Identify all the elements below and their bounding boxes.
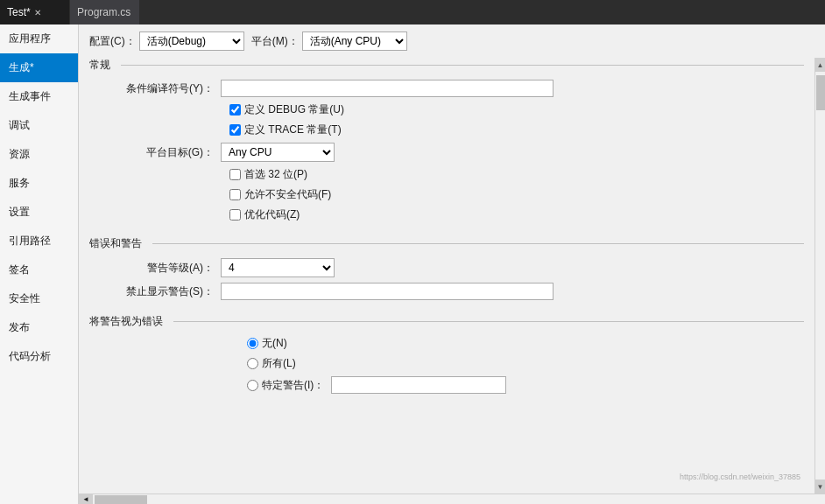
conditional-symbols-row: 条件编译符号(Y)： bbox=[89, 80, 804, 97]
scroll-up-arrow[interactable]: ▲ bbox=[815, 58, 826, 72]
main-layout: 应用程序 生成* 生成事件 调试 资源 服务 设置 引用路径 签名 安全性 发布 bbox=[0, 24, 825, 504]
treat-specific-input[interactable] bbox=[331, 376, 506, 394]
scroll-thumb[interactable] bbox=[816, 75, 825, 110]
tab-test-close[interactable]: ✕ bbox=[34, 8, 41, 18]
tab-program-cs[interactable]: Program.cs bbox=[70, 0, 140, 24]
treat-specific-row[interactable]: 特定警告(I)： bbox=[89, 376, 804, 394]
allow-unsafe-label: 允许不安全代码(F) bbox=[244, 187, 331, 202]
define-debug-label: 定义 DEBUG 常量(U) bbox=[244, 102, 344, 117]
define-trace-row[interactable]: 定义 TRACE 常量(T) bbox=[89, 122, 804, 137]
allow-unsafe-row[interactable]: 允许不安全代码(F) bbox=[89, 187, 804, 202]
section-treat-warnings-title: 将警告视为错误 bbox=[89, 314, 170, 329]
content-with-scroll: 常规 条件编译符号(Y)： 定义 DEBUG 常量(U) bbox=[79, 58, 825, 494]
sidebar-item-settings[interactable]: 设置 bbox=[0, 198, 78, 227]
define-debug-checkbox[interactable] bbox=[229, 104, 241, 116]
section-general: 常规 条件编译符号(Y)： 定义 DEBUG 常量(U) bbox=[89, 58, 804, 222]
section-general-header: 常规 bbox=[89, 58, 804, 73]
sidebar-item-reference-paths[interactable]: 引用路径 bbox=[0, 227, 78, 256]
treat-none-row[interactable]: 无(N) bbox=[89, 336, 804, 351]
warning-level-dropdown[interactable]: 4 0 1 2 3 bbox=[221, 258, 335, 277]
define-debug-row[interactable]: 定义 DEBUG 常量(U) bbox=[89, 102, 804, 117]
sidebar-item-code-analysis[interactable]: 代码分析 bbox=[0, 342, 78, 371]
bottom-scrollbar: ◄ bbox=[79, 494, 825, 504]
prefer-32bit-row[interactable]: 首选 32 位(P) bbox=[89, 167, 804, 182]
suppress-warnings-input[interactable] bbox=[221, 283, 554, 300]
right-scrollbar[interactable]: ▲ ▼ bbox=[814, 58, 825, 494]
treat-specific-radio[interactable] bbox=[247, 380, 258, 391]
sidebar-item-build-events[interactable]: 生成事件 bbox=[0, 82, 78, 111]
tab-program-cs-label: Program.cs bbox=[77, 6, 130, 18]
scroll-left-arrow[interactable]: ◄ bbox=[79, 494, 93, 505]
define-trace-label: 定义 TRACE 常量(T) bbox=[244, 122, 342, 137]
sidebar-item-build[interactable]: 生成* bbox=[0, 53, 78, 82]
suppress-warnings-row: 禁止显示警告(S)： bbox=[89, 283, 804, 300]
tab-test-label: Test* bbox=[7, 6, 31, 18]
allow-unsafe-checkbox[interactable] bbox=[229, 189, 241, 200]
optimize-checkbox[interactable] bbox=[229, 209, 241, 220]
sidebar-item-application[interactable]: 应用程序 bbox=[0, 24, 78, 53]
treat-specific-label: 特定警告(I)： bbox=[262, 378, 324, 393]
section-general-line bbox=[121, 65, 804, 66]
conditional-symbols-input[interactable] bbox=[221, 80, 554, 97]
sidebar-item-signing[interactable]: 签名 bbox=[0, 256, 78, 284]
settings-panel: 常规 条件编译符号(Y)： 定义 DEBUG 常量(U) bbox=[79, 58, 814, 494]
treat-none-label: 无(N) bbox=[262, 336, 287, 351]
platform-target-dropdown[interactable]: Any CPU x86 x64 bbox=[221, 143, 335, 162]
prefer-32bit-label: 首选 32 位(P) bbox=[244, 167, 307, 182]
sidebar-item-resources[interactable]: 资源 bbox=[0, 140, 78, 169]
warning-level-row: 警告等级(A)： 4 0 1 2 3 bbox=[89, 258, 804, 277]
section-treat-warnings-header: 将警告视为错误 bbox=[89, 314, 804, 329]
sidebar-item-debug[interactable]: 调试 bbox=[0, 111, 78, 140]
content-area: 配置(C)： 活动(Debug) 平台(M)： 活动(Any CPU) 常规 bbox=[79, 24, 825, 504]
conditional-symbols-label: 条件编译符号(Y)： bbox=[107, 81, 221, 96]
section-errors-warnings-title: 错误和警告 bbox=[89, 236, 149, 251]
optimize-row[interactable]: 优化代码(Z) bbox=[89, 207, 804, 222]
treat-all-radio[interactable] bbox=[247, 358, 258, 369]
top-controls: 配置(C)： 活动(Debug) 平台(M)： 活动(Any CPU) bbox=[79, 24, 825, 58]
platform-target-label: 平台目标(G)： bbox=[107, 145, 221, 160]
optimize-label: 优化代码(Z) bbox=[244, 207, 300, 222]
prefer-32bit-checkbox[interactable] bbox=[229, 169, 241, 180]
h-scroll-thumb[interactable] bbox=[95, 495, 147, 504]
tab-test[interactable]: Test* ✕ bbox=[0, 0, 70, 24]
sidebar: 应用程序 生成* 生成事件 调试 资源 服务 设置 引用路径 签名 安全性 发布 bbox=[0, 24, 79, 504]
treat-all-label: 所有(L) bbox=[262, 356, 296, 371]
section-errors-warnings-header: 错误和警告 bbox=[89, 236, 804, 251]
platform-dropdown[interactable]: 活动(Any CPU) bbox=[302, 32, 407, 51]
platform-control-group: 平台(M)： 活动(Any CPU) bbox=[251, 32, 407, 51]
section-treat-warnings: 将警告视为错误 无(N) 所有(L) bbox=[89, 314, 804, 394]
sidebar-item-security[interactable]: 安全性 bbox=[0, 284, 78, 313]
watermark: https://blog.csdn.net/weixin_37885 bbox=[680, 472, 800, 481]
platform-label: 平台(M)： bbox=[251, 34, 299, 49]
suppress-warnings-label: 禁止显示警告(S)： bbox=[107, 284, 221, 299]
section-treat-warnings-line bbox=[173, 321, 804, 322]
platform-target-row: 平台目标(G)： Any CPU x86 x64 bbox=[89, 143, 804, 162]
section-errors-warnings-line bbox=[152, 243, 804, 244]
tab-bar: Test* ✕ Program.cs bbox=[0, 0, 825, 24]
config-dropdown[interactable]: 活动(Debug) bbox=[139, 32, 244, 51]
sidebar-item-services[interactable]: 服务 bbox=[0, 169, 78, 198]
define-trace-checkbox[interactable] bbox=[229, 124, 241, 136]
treat-all-row[interactable]: 所有(L) bbox=[89, 356, 804, 371]
config-control-group: 配置(C)： 活动(Debug) bbox=[89, 32, 244, 51]
section-errors-warnings: 错误和警告 警告等级(A)： 4 0 1 2 3 bbox=[89, 236, 804, 300]
sidebar-item-publish[interactable]: 发布 bbox=[0, 313, 78, 342]
treat-none-radio[interactable] bbox=[247, 338, 258, 349]
config-label: 配置(C)： bbox=[89, 34, 136, 49]
section-general-title: 常规 bbox=[89, 58, 117, 73]
warning-level-label: 警告等级(A)： bbox=[107, 261, 221, 276]
scroll-down-arrow[interactable]: ▼ bbox=[815, 480, 826, 494]
